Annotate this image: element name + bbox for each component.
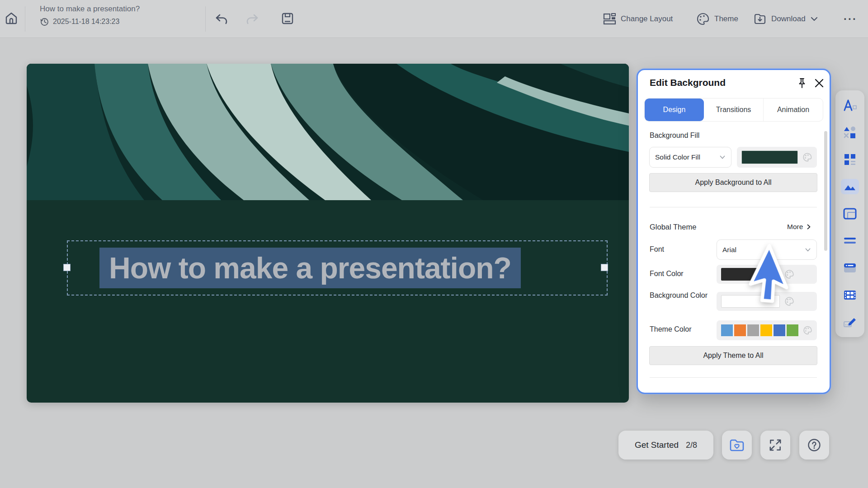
assets-folder-button[interactable] (722, 431, 752, 460)
background-color-label: Background Color (650, 290, 708, 300)
lines-icon (843, 237, 857, 245)
save-button[interactable] (280, 11, 295, 26)
shapes-icon (844, 126, 856, 139)
pin-panel-button[interactable] (796, 77, 808, 90)
panel-scrollbar[interactable] (824, 131, 827, 251)
theme-color-label: Theme Color (650, 325, 691, 333)
sidebar-item-shapes[interactable] (841, 125, 859, 140)
get-started-button[interactable]: Get Started 2/8 (618, 431, 713, 460)
fullscreen-button[interactable] (760, 431, 790, 460)
top-toolbar: How to make a presentation? 2025-11-18 1… (0, 0, 868, 38)
home-button[interactable] (5, 11, 18, 25)
background-fill-color-picker[interactable] (737, 147, 817, 168)
last-edited-row: 2025-11-18 14:23:23 (40, 17, 140, 26)
theme-color-chip[interactable] (760, 324, 772, 336)
slide-title-text[interactable]: How to make a presentation? (109, 251, 511, 285)
font-label: Font (650, 245, 664, 253)
background-fill-color-swatch[interactable] (741, 150, 798, 164)
theme-color-chip[interactable] (747, 324, 759, 336)
document-timestamp: 2025-11-18 14:23:23 (53, 18, 119, 26)
document-title[interactable]: How to make a presentation? (40, 5, 140, 14)
apply-theme-to-all-button[interactable]: Apply Theme to All (649, 346, 817, 365)
font-color-label: Font Color (650, 270, 684, 278)
chevron-down-icon (719, 154, 726, 160)
save-icon (280, 11, 295, 26)
text-icon (843, 99, 857, 111)
panel-tabs: Design Transitions Animation (644, 98, 823, 122)
download-label: Download (771, 14, 806, 23)
card-icon (843, 263, 857, 273)
theme-color-chips (721, 324, 798, 336)
get-started-label: Get Started (635, 440, 679, 450)
palette-icon (696, 12, 710, 26)
filmstrip-icon (843, 290, 857, 300)
insert-sidebar (835, 90, 864, 337)
tab-transitions[interactable]: Transitions (704, 99, 764, 121)
palette-icon (803, 325, 812, 335)
pin-icon (796, 77, 808, 90)
more-label: More (787, 223, 803, 231)
pencil-icon (843, 316, 857, 328)
sidebar-item-frame[interactable] (841, 206, 859, 221)
change-layout-label: Change Layout (621, 14, 673, 23)
folder-heart-icon (729, 438, 745, 452)
download-icon (753, 12, 767, 26)
chevron-right-icon (806, 224, 811, 230)
undo-button[interactable] (214, 12, 229, 26)
frame-icon (843, 208, 857, 220)
apply-background-to-all-button[interactable]: Apply Background to All (649, 173, 817, 192)
sidebar-item-text[interactable] (841, 98, 859, 113)
section-divider (650, 377, 817, 378)
fill-type-dropdown[interactable]: Solid Color Fill (649, 147, 731, 168)
global-theme-label: Global Theme (650, 223, 696, 231)
history-clock-icon (40, 17, 49, 26)
tab-design[interactable]: Design (645, 99, 704, 121)
document-info: How to make a presentation? 2025-11-18 1… (40, 5, 140, 26)
sidebar-item-layout-grid[interactable] (841, 152, 859, 167)
home-icon (5, 11, 18, 25)
fullscreen-icon (768, 438, 783, 452)
theme-color-chip[interactable] (734, 324, 746, 336)
close-panel-button[interactable] (813, 77, 825, 89)
get-started-progress: 2/8 (686, 441, 697, 450)
toolbar-divider (205, 6, 206, 32)
redo-button[interactable] (245, 12, 259, 26)
presentation-editor-app: How to make a presentation? 2025-11-18 1… (0, 0, 868, 488)
change-layout-button[interactable]: Change Layout (603, 0, 673, 38)
font-value: Arial (722, 246, 736, 254)
sidebar-item-draw[interactable] (841, 314, 859, 330)
theme-button[interactable]: Theme (696, 0, 738, 38)
theme-color-chip[interactable] (721, 324, 733, 336)
toolbar-divider (25, 6, 25, 32)
theme-color-chip[interactable] (774, 324, 785, 336)
sidebar-item-filmstrip[interactable] (841, 287, 859, 303)
more-menu-button[interactable]: ··· (844, 0, 857, 38)
theme-label: Theme (714, 14, 738, 23)
close-icon (813, 77, 825, 89)
slide-background-image (27, 64, 629, 200)
layout-grid-icon (844, 153, 856, 166)
download-button[interactable]: Download (753, 0, 818, 38)
slide-canvas[interactable]: How to make a presentation? (27, 64, 629, 403)
sidebar-item-lines[interactable] (841, 233, 859, 249)
theme-color-picker[interactable] (717, 320, 817, 340)
theme-color-chip[interactable] (787, 324, 798, 336)
sidebar-item-image[interactable] (841, 179, 859, 194)
section-divider (650, 207, 817, 207)
undo-icon (214, 12, 229, 26)
image-icon (844, 181, 856, 192)
sidebar-item-card[interactable] (841, 260, 859, 276)
resize-handle-left[interactable] (63, 264, 71, 271)
help-icon (807, 438, 821, 452)
global-theme-more-link[interactable]: More (787, 223, 811, 231)
panel-title: Edit Background (650, 77, 726, 88)
selected-text-highlight[interactable]: How to make a presentation? (99, 248, 521, 288)
change-layout-icon (603, 12, 616, 26)
ellipsis-icon: ··· (844, 13, 857, 25)
background-fill-label: Background Fill (650, 131, 699, 140)
redo-icon (245, 12, 259, 26)
resize-handle-right[interactable] (601, 264, 608, 271)
edit-background-panel: Edit Background Design Transitions Anima… (637, 69, 831, 394)
help-button[interactable] (799, 431, 829, 460)
tab-animation[interactable]: Animation (764, 99, 823, 121)
